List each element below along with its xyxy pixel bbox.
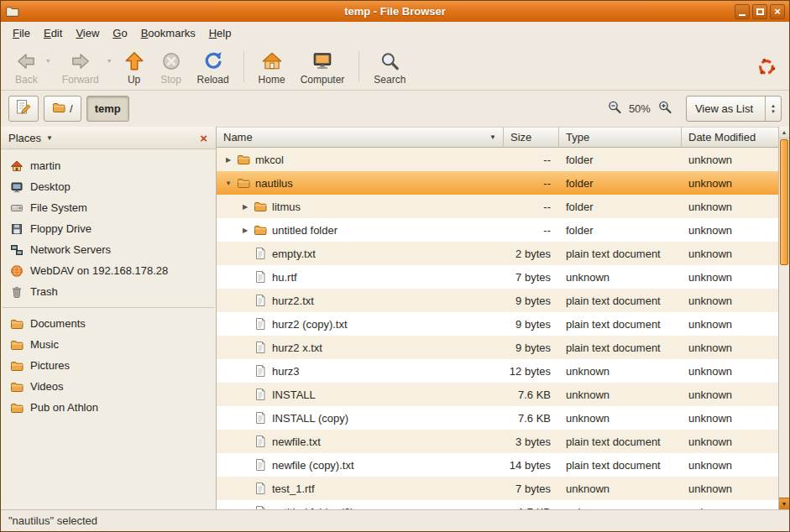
location-bar: / temp 50% View as List ▲▼	[1, 91, 789, 127]
file-row-newfile-copy-txt[interactable]: newfile (copy).txt14 bytesplain text doc…	[217, 453, 778, 477]
sidebar-item-pub-on-athlon[interactable]: Pub on Athlon	[1, 397, 216, 418]
stop-button: Stop	[153, 46, 190, 87]
search-button[interactable]: Search	[366, 46, 413, 87]
sidebar-item-desktop[interactable]: Desktop	[1, 176, 216, 197]
file-name-cell: INSTALL (copy)	[217, 406, 504, 430]
column-header-type[interactable]: Type	[559, 127, 682, 148]
zoom-out-button[interactable]	[607, 100, 622, 117]
sidebar-item-trash[interactable]: Trash	[1, 281, 216, 302]
file-modified-cell: unknown	[682, 154, 778, 166]
menu-view[interactable]: View	[69, 23, 106, 43]
back-button: Back	[8, 46, 45, 87]
file-row-untitled-folder-2[interactable]: untitled folder (2)1.7 KBunknownunknown	[217, 500, 778, 509]
globe-icon	[9, 264, 24, 278]
status-text: "nautilus" selected	[8, 514, 97, 527]
file-name-cell: newfile.txt	[217, 430, 504, 453]
computer-button[interactable]: Computer	[293, 46, 353, 87]
path-button-current[interactable]: temp	[86, 96, 129, 122]
file-size-cell: --	[504, 154, 559, 166]
file-row-hurz2-x-txt[interactable]: hurz2 x.txt9 bytesplain text documentunk…	[217, 336, 778, 359]
file-type-cell: plain text document	[559, 295, 682, 307]
menu-help[interactable]: Help	[202, 23, 238, 43]
up-button[interactable]: Up	[116, 46, 153, 87]
sidebar-item-pictures[interactable]: Pictures	[1, 355, 216, 376]
scroll-up-button[interactable]: ▲	[779, 127, 789, 138]
file-row-mkcol[interactable]: ▶mkcol--folderunknown	[217, 148, 778, 171]
file-modified-cell: unknown	[682, 318, 778, 331]
expander-closed-icon[interactable]: ▶	[222, 156, 235, 164]
sidebar-item-martin[interactable]: martin	[1, 155, 216, 176]
desktop-icon	[9, 180, 24, 194]
folder-icon	[9, 401, 24, 415]
column-header-size[interactable]: Size	[504, 127, 559, 148]
file-name: untitled folder	[272, 224, 337, 237]
sidebar-item-file-system[interactable]: File System	[1, 197, 216, 218]
menu-edit[interactable]: Edit	[37, 23, 69, 43]
column-headers: Name▼SizeTypeDate Modified	[217, 127, 778, 148]
home-icon	[9, 159, 24, 173]
file-name: mkcol	[255, 154, 284, 166]
file-row-hurz2-copy-txt[interactable]: hurz2 (copy).txt9 bytesplain text docume…	[217, 312, 778, 336]
sidebar-item-documents[interactable]: Documents	[1, 313, 216, 334]
zoom-in-button[interactable]	[657, 100, 672, 117]
stepper-arrows-icon: ▲▼	[765, 96, 781, 121]
reload-button[interactable]: Reload	[190, 46, 237, 87]
file-row-hurz2-txt[interactable]: hurz2.txt9 bytesplain text documentunkno…	[217, 289, 778, 312]
file-row-install[interactable]: INSTALL7.6 KBunknownunknown	[217, 383, 778, 406]
file-row-litmus[interactable]: ▶litmus--folderunknown	[217, 195, 778, 218]
scrollbar-thumb[interactable]	[780, 139, 788, 265]
forward-dropdown-arrow-icon: ▼	[107, 46, 116, 87]
file-modified-cell: unknown	[682, 271, 778, 284]
menu-bookmarks[interactable]: Bookmarks	[134, 23, 202, 43]
file-modified-cell: unknown	[682, 295, 778, 307]
file-row-test-1-rtf[interactable]: test_1.rtf7 bytesunknownunknown	[217, 477, 778, 500]
expander-closed-icon[interactable]: ▶	[238, 203, 252, 211]
file-size-cell: 7 bytes	[504, 482, 559, 495]
forward-button: Forward	[55, 46, 107, 87]
file-icon	[252, 294, 269, 307]
expander-closed-icon[interactable]: ▶	[238, 227, 252, 234]
expander-open-icon[interactable]: ▼	[222, 180, 235, 187]
toggle-location-entry-button[interactable]	[8, 96, 39, 122]
sidebar-close-button[interactable]: ×	[196, 131, 211, 145]
titlebar[interactable]: temp - File Browser ×	[1, 1, 789, 22]
sidebar-item-network-servers[interactable]: Network Servers	[1, 239, 216, 260]
file-name-cell: hurz2.txt	[217, 289, 504, 312]
menu-go[interactable]: Go	[106, 23, 133, 43]
menu-file[interactable]: File	[6, 23, 37, 43]
file-name-cell: ▶untitled folder	[217, 218, 504, 242]
places-selector[interactable]: Places ▼	[8, 132, 53, 144]
minimize-button[interactable]	[735, 4, 750, 19]
home-button[interactable]: Home	[251, 46, 293, 87]
view-mode-select[interactable]: View as List ▲▼	[686, 96, 782, 122]
file-row-untitled-folder[interactable]: ▶untitled folder--folderunknown	[217, 218, 778, 242]
scrollbar-track[interactable]	[779, 266, 789, 498]
sidebar-item-floppy-drive[interactable]: Floppy Drive	[1, 218, 216, 239]
column-header-date-modified[interactable]: Date Modified	[682, 127, 778, 148]
maximize-button[interactable]	[752, 4, 767, 19]
file-row-newfile-txt[interactable]: newfile.txt3 bytesplain text documentunk…	[217, 430, 778, 453]
file-name-cell: ▶litmus	[217, 195, 504, 218]
file-size-cell: 12 bytes	[504, 365, 559, 378]
file-icon	[252, 388, 269, 401]
file-name-cell: hurz2 (copy).txt	[217, 312, 504, 336]
sidebar-item-music[interactable]: Music	[1, 334, 216, 355]
sidebar-item-webdav-on-192-168-178-28[interactable]: WebDAV on 192.168.178.28	[1, 260, 216, 281]
file-size-cell: 9 bytes	[504, 295, 559, 307]
file-row-hu-rtf[interactable]: hu.rtf7 bytesunknownunknown	[217, 265, 778, 289]
path-button-root[interactable]: /	[44, 96, 81, 122]
statusbar: "nautilus" selected	[1, 509, 789, 531]
scroll-down-button[interactable]: ▼	[779, 498, 789, 509]
file-name: hurz3	[272, 365, 300, 378]
file-row-install-copy[interactable]: INSTALL (copy)7.6 KBunknownunknown	[217, 406, 778, 430]
file-row-nautilus[interactable]: ▼nautilus--folderunknown	[217, 171, 778, 195]
column-header-name[interactable]: Name▼	[217, 127, 504, 148]
file-icon	[252, 247, 269, 260]
sidebar-item-videos[interactable]: Videos	[1, 376, 216, 397]
file-row-empty-txt[interactable]: empty.txt2 bytesplain text documentunkno…	[217, 242, 778, 265]
file-name-cell: ▶mkcol	[217, 148, 504, 171]
close-button[interactable]: ×	[770, 4, 785, 19]
vertical-scrollbar[interactable]: ▲ ▼	[778, 127, 789, 509]
file-name: test_1.rtf	[272, 482, 315, 495]
file-row-hurz3[interactable]: hurz312 bytesunknownunknown	[217, 359, 778, 383]
